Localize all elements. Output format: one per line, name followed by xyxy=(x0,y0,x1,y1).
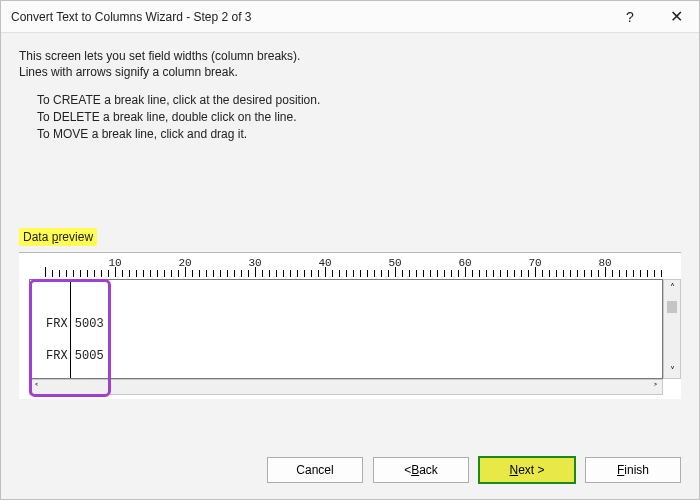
ruler-mark: 50 xyxy=(388,257,401,269)
ruler-mark: 30 xyxy=(248,257,261,269)
ruler-mark: 80 xyxy=(598,257,611,269)
scroll-thumb[interactable] xyxy=(667,301,677,313)
scroll-up-icon[interactable]: ˄ xyxy=(670,282,675,293)
preview-box: FRX 5003 FRX 5005 FRX 5007 FRX 5009 FRX … xyxy=(29,279,681,379)
instruction-create: To CREATE a break line, click at the des… xyxy=(37,93,681,107)
next-button[interactable]: Next > xyxy=(479,457,575,483)
scroll-left-icon[interactable]: ˂ xyxy=(34,382,39,393)
ruler-mark: 60 xyxy=(458,257,471,269)
wizard-dialog: Convert Text to Columns Wizard - Step 2 … xyxy=(0,0,700,500)
instruction-delete: To DELETE a break line, double click on … xyxy=(37,110,681,124)
dialog-content: This screen lets you set field widths (c… xyxy=(1,33,699,399)
instruction-block: To CREATE a break line, click at the des… xyxy=(37,93,681,141)
ruler-mark: 70 xyxy=(528,257,541,269)
scroll-down-icon[interactable]: ˅ xyxy=(670,365,675,376)
preview-row: FRX 5003 xyxy=(46,316,662,332)
finish-button[interactable]: Finish xyxy=(585,457,681,483)
data-preview-panel: 10 20 30 40 50 60 70 80 FRX 5003 FRX 500… xyxy=(19,252,681,399)
column-break-line[interactable] xyxy=(70,279,71,378)
preview-row: FRX 5005 xyxy=(46,348,662,364)
intro-line-1: This screen lets you set field widths (c… xyxy=(19,49,681,63)
preview-area-container: FRX 5003 FRX 5005 FRX 5007 FRX 5009 FRX … xyxy=(19,279,681,399)
data-preview-label: Data preview xyxy=(19,228,97,246)
instruction-move: To MOVE a break line, click and drag it. xyxy=(37,127,681,141)
close-button[interactable]: ✕ xyxy=(653,1,699,33)
intro-line-2: Lines with arrows signify a column break… xyxy=(19,65,681,79)
scroll-right-icon[interactable]: ˃ xyxy=(653,382,658,393)
ruler-major-ticks xyxy=(45,267,667,277)
help-button[interactable]: ? xyxy=(607,1,653,33)
ruler-mark: 10 xyxy=(108,257,121,269)
titlebar: Convert Text to Columns Wizard - Step 2 … xyxy=(1,1,699,33)
cancel-button[interactable]: Cancel xyxy=(267,457,363,483)
titlebar-controls: ? ✕ xyxy=(607,1,699,33)
ruler-mark: 40 xyxy=(318,257,331,269)
ruler-mark: 20 xyxy=(178,257,191,269)
data-area[interactable]: FRX 5003 FRX 5005 FRX 5007 FRX 5009 FRX … xyxy=(29,279,663,379)
wizard-buttons: Cancel < Back Next > Finish xyxy=(267,457,681,483)
window-title: Convert Text to Columns Wizard - Step 2 … xyxy=(11,10,252,24)
vertical-scrollbar[interactable]: ˄ ˅ xyxy=(663,279,681,379)
intro-text: This screen lets you set field widths (c… xyxy=(19,49,681,79)
ruler: 10 20 30 40 50 60 70 80 xyxy=(45,259,681,279)
back-button[interactable]: < Back xyxy=(373,457,469,483)
horizontal-scrollbar[interactable]: ˂ ˃ xyxy=(29,379,663,395)
